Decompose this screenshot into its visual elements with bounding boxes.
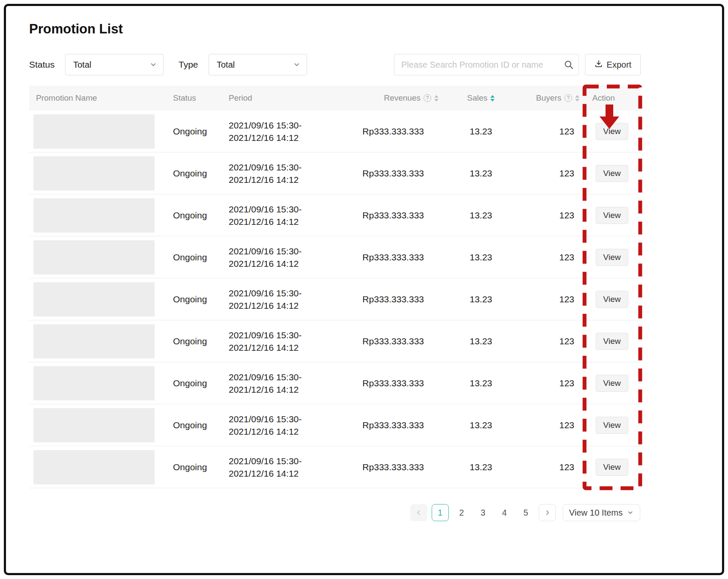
- buyers-cell: 123: [517, 462, 584, 472]
- revenues-cell: Rp333.333.333: [350, 420, 445, 430]
- filter-bar: Status Total Type Total Export: [29, 54, 641, 75]
- period-end: 2021/12/16 14:12: [229, 467, 350, 480]
- period-end: 2021/12/16 14:12: [229, 299, 350, 312]
- action-cell: View: [584, 249, 640, 266]
- export-button[interactable]: Export: [585, 54, 641, 75]
- page-button-1[interactable]: 1: [432, 504, 449, 521]
- sort-icon[interactable]: [575, 95, 579, 101]
- page-button-2[interactable]: 2: [453, 504, 470, 521]
- chevron-down-icon: [149, 61, 157, 69]
- column-header-revenues[interactable]: Revenues ?: [350, 93, 445, 103]
- search-box: [394, 54, 579, 75]
- revenues-cell: Rp333.333.333: [350, 126, 445, 137]
- search-icon[interactable]: [564, 60, 574, 72]
- table-row: Ongoing 2021/09/16 15:30- 2021/12/16 14:…: [29, 278, 640, 320]
- table-header: Promotion Name Status Period Revenues ? …: [29, 86, 640, 110]
- view-button[interactable]: View: [596, 165, 629, 182]
- promotion-name-placeholder: [33, 198, 155, 233]
- status-cell: Ongoing: [166, 378, 222, 388]
- help-icon[interactable]: ?: [424, 94, 431, 102]
- period-end: 2021/12/16 14:12: [229, 257, 350, 270]
- status-filter-value: Total: [73, 60, 91, 70]
- page-button-3[interactable]: 3: [474, 504, 492, 521]
- promotion-name-cell: [29, 366, 166, 400]
- view-button[interactable]: View: [596, 249, 629, 266]
- table-row: Ongoing 2021/09/16 15:30- 2021/12/16 14:…: [29, 404, 640, 446]
- column-label: Buyers: [536, 93, 561, 103]
- action-cell: View: [584, 333, 640, 350]
- column-label: Sales: [467, 93, 488, 103]
- action-cell: View: [584, 123, 640, 140]
- revenues-cell: Rp333.333.333: [350, 252, 445, 263]
- action-cell: View: [584, 165, 640, 182]
- status-cell: Ongoing: [166, 420, 222, 430]
- promotion-name-cell: [29, 282, 166, 316]
- sales-cell: 13.23: [445, 168, 517, 179]
- period-start: 2021/09/16 15:30-: [229, 371, 350, 383]
- view-button[interactable]: View: [596, 123, 629, 140]
- view-button[interactable]: View: [596, 417, 629, 434]
- period-end: 2021/12/16 14:12: [229, 131, 350, 144]
- period-start: 2021/09/16 15:30-: [229, 245, 350, 257]
- period-cell: 2021/09/16 15:30- 2021/12/16 14:12: [222, 119, 350, 144]
- column-label: Period: [229, 93, 252, 103]
- promotion-name-placeholder: [33, 114, 155, 149]
- period-cell: 2021/09/16 15:30- 2021/12/16 14:12: [222, 455, 350, 480]
- sales-cell: 13.23: [445, 210, 517, 221]
- buyers-cell: 123: [517, 294, 584, 304]
- sales-cell: 13.23: [445, 252, 517, 263]
- view-button[interactable]: View: [596, 375, 629, 392]
- view-button[interactable]: View: [596, 459, 629, 476]
- status-filter-select[interactable]: Total: [65, 54, 164, 75]
- buyers-cell: 123: [517, 210, 584, 221]
- promotion-name-placeholder: [33, 240, 155, 275]
- promotion-name-placeholder: [33, 450, 155, 484]
- column-header-buyers[interactable]: Buyers ?: [517, 93, 584, 103]
- table-row: Ongoing 2021/09/16 15:30- 2021/12/16 14:…: [29, 320, 640, 362]
- sales-cell: 13.23: [445, 126, 517, 137]
- promotion-name-cell: [29, 450, 166, 484]
- period-start: 2021/09/16 15:30-: [229, 455, 350, 467]
- buyers-cell: 123: [517, 168, 584, 179]
- search-input[interactable]: [394, 54, 579, 75]
- promotion-name-placeholder: [33, 408, 155, 442]
- column-header-action: Action: [584, 93, 640, 103]
- promotion-name-placeholder: [33, 156, 155, 191]
- pagination: 1 2 3 4 5 View 10 Items: [410, 504, 640, 521]
- period-end: 2021/12/16 14:12: [229, 173, 350, 186]
- revenues-cell: Rp333.333.333: [350, 336, 445, 346]
- sort-icon[interactable]: [434, 95, 439, 101]
- promotion-name-placeholder: [33, 324, 155, 358]
- next-page-button[interactable]: [539, 504, 556, 521]
- sort-icon[interactable]: [490, 95, 495, 101]
- buyers-cell: 123: [517, 420, 584, 430]
- column-header-sales[interactable]: Sales: [445, 93, 517, 103]
- type-filter-select[interactable]: Total: [209, 54, 307, 75]
- period-start: 2021/09/16 15:30-: [229, 203, 350, 215]
- view-button[interactable]: View: [596, 291, 629, 308]
- action-cell: View: [584, 417, 640, 434]
- view-button[interactable]: View: [596, 333, 629, 350]
- table-row: Ongoing 2021/09/16 15:30- 2021/12/16 14:…: [29, 236, 640, 278]
- period-cell: 2021/09/16 15:30- 2021/12/16 14:12: [222, 245, 350, 270]
- table-row: Ongoing 2021/09/16 15:30- 2021/12/16 14:…: [29, 110, 640, 152]
- promotion-name-cell: [29, 156, 166, 191]
- chevron-down-icon: [627, 509, 634, 516]
- table-row: Ongoing 2021/09/16 15:30- 2021/12/16 14:…: [29, 362, 640, 404]
- view-button[interactable]: View: [596, 207, 629, 224]
- promotion-name-placeholder: [33, 282, 155, 316]
- period-cell: 2021/09/16 15:30- 2021/12/16 14:12: [222, 371, 350, 396]
- sales-cell: 13.23: [445, 378, 517, 388]
- column-label: Promotion Name: [36, 93, 97, 103]
- page-button-5[interactable]: 5: [517, 504, 534, 521]
- page-size-select[interactable]: View 10 Items: [563, 504, 640, 521]
- prev-page-button[interactable]: [410, 504, 427, 521]
- help-icon[interactable]: ?: [564, 94, 572, 102]
- export-label: Export: [607, 60, 632, 70]
- promotion-name-placeholder: [33, 366, 155, 400]
- revenues-cell: Rp333.333.333: [350, 210, 445, 221]
- action-cell: View: [584, 459, 640, 476]
- page-button-4[interactable]: 4: [496, 504, 513, 521]
- period-start: 2021/09/16 15:30-: [229, 161, 350, 173]
- table-row: Ongoing 2021/09/16 15:30- 2021/12/16 14:…: [29, 152, 640, 194]
